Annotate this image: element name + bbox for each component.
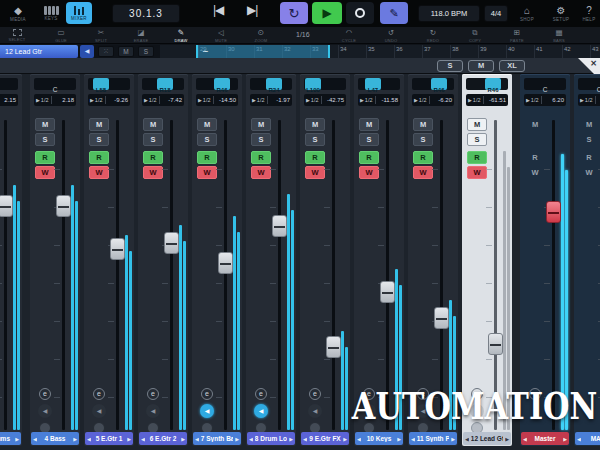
automation-write-button[interactable]: W xyxy=(143,166,163,179)
tool-redo[interactable]: ↻REDO xyxy=(418,28,448,43)
level-readout[interactable]: ▶ 1/2 -61.51 xyxy=(466,94,508,106)
track-collapse-button[interactable]: ◀ xyxy=(80,45,94,58)
channel-edit-button[interactable]: e xyxy=(147,388,159,400)
solo-button[interactable]: S xyxy=(413,133,433,146)
automation-write-button[interactable]: W xyxy=(579,166,599,179)
pan-slider[interactable]: C xyxy=(34,78,76,90)
pan-slider[interactable]: L58 xyxy=(88,78,130,90)
mute-button[interactable]: M xyxy=(251,118,271,131)
automation-read-button[interactable]: R xyxy=(89,151,109,164)
setup-button[interactable]: ⚙ SETUP xyxy=(546,1,576,26)
pan-thumb[interactable]: R46 xyxy=(431,78,447,90)
tool-zoom[interactable]: ⊙ZOOM xyxy=(246,28,276,43)
tool-bars[interactable]: ▦BARS xyxy=(544,28,574,43)
monitor-button[interactable]: ◀ xyxy=(254,404,268,418)
close-icon[interactable]: ✕ xyxy=(590,59,597,68)
solo-button[interactable]: S xyxy=(35,133,55,146)
snap-value[interactable]: 1/16 xyxy=(296,31,310,38)
pan-thumb[interactable]: C xyxy=(578,78,600,90)
mixer-size-medium-button[interactable]: M xyxy=(468,60,494,72)
next-button[interactable]: ▶| xyxy=(247,3,257,17)
pan-thumb[interactable]: L100 xyxy=(305,78,321,90)
pan-slider[interactable]: R18 xyxy=(142,78,184,90)
channel-edit-button[interactable]: e xyxy=(255,388,267,400)
pan-slider[interactable]: C xyxy=(0,78,18,90)
mute-button[interactable]: M xyxy=(35,118,55,131)
automation-read-button[interactable]: R xyxy=(197,151,217,164)
fader-handle[interactable] xyxy=(110,238,125,260)
tool-select[interactable]: SELECT xyxy=(2,28,32,43)
pan-thumb[interactable]: R46 xyxy=(485,78,501,90)
mute-button[interactable]: M xyxy=(197,118,217,131)
automation-write-button[interactable]: W xyxy=(251,166,271,179)
pan-slider[interactable]: R46 xyxy=(412,78,454,90)
play-button[interactable]: ▶ xyxy=(312,2,342,24)
tool-copy[interactable]: ⧉COPY xyxy=(460,28,490,43)
monitor-button[interactable]: ◀ xyxy=(308,404,322,418)
shop-button[interactable]: ⌂ SHOP xyxy=(512,1,542,26)
track-name-label[interactable]: 12 Lead Gtr xyxy=(0,45,78,58)
mixer-size-small-button[interactable]: S xyxy=(437,60,463,72)
monitor-button[interactable]: ◀ xyxy=(92,404,106,418)
loop-region[interactable]: ∼ xyxy=(196,45,330,58)
automation-read-button[interactable]: R xyxy=(467,151,487,164)
record-button[interactable] xyxy=(346,2,374,24)
pan-thumb[interactable]: R24 xyxy=(266,78,282,90)
automation-write-button[interactable]: W xyxy=(35,166,55,179)
monitor-button[interactable]: ◀ xyxy=(200,404,214,418)
automation-write-button[interactable]: W xyxy=(359,166,379,179)
mute-button[interactable]: M xyxy=(525,118,545,131)
track-solo-button[interactable]: S xyxy=(138,46,154,57)
time-display[interactable]: 30.1.3 xyxy=(112,4,180,23)
channel-name-label[interactable]: ◀ Master ▶ xyxy=(521,432,569,445)
mute-button[interactable]: M xyxy=(305,118,325,131)
keys-button[interactable]: KEYS xyxy=(38,1,64,26)
automation-draw-button[interactable]: ✎ xyxy=(380,2,408,24)
channel-name-label[interactable]: ◀ 9 E.Gtr FX ▶ xyxy=(301,432,349,445)
fader-handle[interactable] xyxy=(546,201,561,223)
mute-button[interactable]: M xyxy=(579,118,599,131)
pan-slider[interactable]: R46 xyxy=(466,78,508,90)
level-readout[interactable]: ▶ 1/2 -6.20 xyxy=(412,94,454,106)
mute-button[interactable]: M xyxy=(467,118,487,131)
level-readout[interactable]: ▶ 1/2 6.20 xyxy=(524,94,566,106)
tool-split[interactable]: ✂SPLIT xyxy=(86,28,116,43)
automation-read-button[interactable]: R xyxy=(251,151,271,164)
mute-button[interactable]: M xyxy=(359,118,379,131)
fader-handle[interactable] xyxy=(434,307,449,329)
prev-button[interactable]: |◀ xyxy=(213,3,223,17)
automation-write-button[interactable]: W xyxy=(197,166,217,179)
pan-slider[interactable]: C xyxy=(524,78,566,90)
solo-button[interactable]: S xyxy=(143,133,163,146)
automation-read-button[interactable]: R xyxy=(525,151,545,164)
level-readout[interactable]: ▶ 1/2 -1.97 xyxy=(250,94,292,106)
mixer-button[interactable]: MIXER xyxy=(66,2,92,24)
tool-mute[interactable]: ◁MUTE xyxy=(206,28,236,43)
channel-edit-button[interactable]: e xyxy=(93,388,105,400)
monitor-button[interactable]: ◀ xyxy=(146,404,160,418)
tool-draw[interactable]: ✎DRAW xyxy=(166,28,196,43)
automation-write-button[interactable]: W xyxy=(467,166,487,179)
level-readout[interactable]: ▶ 1/2 -14.50 xyxy=(196,94,238,106)
solo-button[interactable]: S xyxy=(251,133,271,146)
time-signature-display[interactable]: 4/4 xyxy=(484,5,508,22)
fader-handle[interactable] xyxy=(218,252,233,274)
automation-read-button[interactable]: R xyxy=(35,151,55,164)
solo-button[interactable]: S xyxy=(197,133,217,146)
cycle-button[interactable]: ↻ xyxy=(280,2,308,24)
media-button[interactable]: ◆ MEDIA xyxy=(2,1,34,26)
fader-handle[interactable] xyxy=(0,195,13,217)
track-mute-button[interactable]: M xyxy=(118,46,134,57)
fader-handle[interactable] xyxy=(56,195,71,217)
tool-undo[interactable]: ↺UNDO xyxy=(376,28,406,43)
fader-handle[interactable] xyxy=(488,333,503,355)
automation-write-button[interactable]: W xyxy=(525,166,545,179)
automation-write-button[interactable]: W xyxy=(413,166,433,179)
level-readout[interactable]: ▶ 1/2 0.00 xyxy=(578,94,600,106)
channel-name-label[interactable]: ◀ 6 E.Gtr 2 ▶ xyxy=(139,432,187,445)
monitor-button[interactable]: ◀ xyxy=(38,404,52,418)
channel-name-label[interactable]: ◀ 5 E.Gtr 1 ▶ xyxy=(85,432,133,445)
pan-thumb[interactable]: R18 xyxy=(157,78,173,90)
mute-button[interactable]: M xyxy=(143,118,163,131)
fader-handle[interactable] xyxy=(380,281,395,303)
